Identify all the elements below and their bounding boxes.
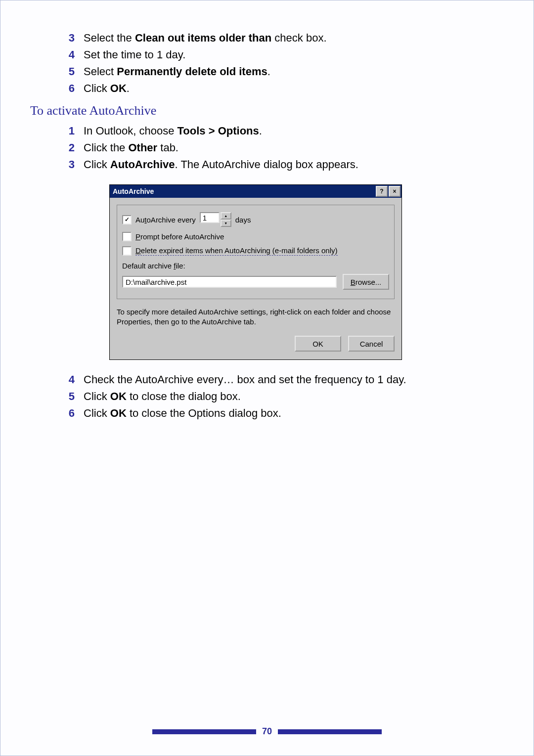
input-archive-file[interactable]: D:\mail\archive.pst	[122, 276, 337, 288]
step-number: 3	[62, 157, 75, 173]
cancel-button[interactable]: Cancel	[348, 336, 395, 352]
step-text: Select the Clean out items older than ch…	[84, 30, 327, 46]
step-number: 2	[62, 140, 75, 156]
row-autoarchive-every: ✓ AutoArchive every ▲ ▼ days	[122, 212, 389, 227]
row-delete-expired: Delete expired items when AutoArchiving …	[122, 246, 389, 256]
label-delete-expired: Delete expired items when AutoArchiving …	[135, 246, 338, 256]
step-number: 6	[62, 405, 75, 421]
dialog-titlebar: AutoArchive ? ×	[110, 185, 401, 198]
footer-bar-right	[278, 729, 382, 734]
checkbox-autoarchive-every[interactable]: ✓	[122, 215, 132, 224]
list-item: 3Click AutoArchive. The AutoArchive dial…	[62, 157, 504, 173]
spinner-down[interactable]: ▼	[221, 220, 231, 227]
list-item: 6Click OK.	[62, 81, 504, 96]
step-text: Select Permanently delete old items.	[84, 64, 270, 80]
row-file: D:\mail\archive.pst Browse...	[122, 274, 389, 290]
steps-bottom: 4Check the AutoArchive every… box and se…	[62, 372, 504, 421]
list-item: 3Select the Clean out items older than c…	[62, 30, 504, 46]
label-default-archive-file: Default archive file:	[122, 262, 389, 270]
page-footer: 70	[0, 726, 534, 737]
step-text: Set the time to 1 day.	[84, 47, 185, 63]
close-button[interactable]: ×	[389, 186, 400, 197]
step-text: Click OK.	[84, 81, 130, 96]
dialog-group: ✓ AutoArchive every ▲ ▼ days	[117, 205, 395, 299]
label-autoarchive-every: AutoArchive every	[135, 216, 196, 224]
list-item: 6Click OK to close the Options dialog bo…	[62, 405, 504, 421]
list-item: 1In Outlook, choose Tools > Options.	[62, 123, 504, 139]
step-number: 3	[62, 30, 75, 46]
spinner-days[interactable]: ▲ ▼	[200, 212, 231, 227]
step-number: 5	[62, 389, 75, 404]
footer-bar-left	[152, 729, 256, 734]
list-item: 5Select Permanently delete old items.	[62, 64, 504, 80]
dialog-title: AutoArchive	[113, 187, 154, 195]
step-number: 4	[62, 372, 75, 388]
spinner-input[interactable]	[200, 212, 220, 223]
ok-button[interactable]: OK	[295, 336, 341, 352]
step-number: 1	[62, 123, 75, 139]
checkbox-prompt[interactable]	[122, 232, 132, 241]
step-text: In Outlook, choose Tools > Options.	[84, 123, 262, 139]
spinner-up[interactable]: ▲	[221, 212, 231, 220]
dialog-hint: To specify more detailed AutoArchive set…	[117, 307, 395, 327]
document-page: 3Select the Clean out items older than c…	[0, 0, 534, 756]
list-item: 5Click OK to close the dialog box.	[62, 389, 504, 404]
dialog-button-row: OK Cancel	[117, 336, 395, 352]
list-item: 4Set the time to 1 day.	[62, 47, 504, 63]
page-number: 70	[262, 726, 272, 737]
row-prompt: Prompt before AutoArchive	[122, 232, 389, 241]
step-text: Click OK to close the Options dialog box…	[84, 405, 281, 421]
steps-top: 3Select the Clean out items older than c…	[62, 30, 504, 96]
label-days: days	[235, 216, 251, 224]
list-item: 2Click the Other tab.	[62, 140, 504, 156]
step-number: 6	[62, 81, 75, 96]
list-item: 4Check the AutoArchive every… box and se…	[62, 372, 504, 388]
autoarchive-dialog: AutoArchive ? × ✓ AutoArchive every ▲ ▼	[109, 184, 402, 360]
browse-button[interactable]: Browse...	[343, 274, 389, 290]
step-number: 5	[62, 64, 75, 80]
dialog-body: ✓ AutoArchive every ▲ ▼ days	[110, 198, 401, 359]
checkbox-delete-expired[interactable]	[122, 246, 132, 256]
step-text: Click AutoArchive. The AutoArchive dialo…	[84, 157, 358, 173]
step-text: Click OK to close the dialog box.	[84, 389, 241, 404]
steps-mid: 1In Outlook, choose Tools > Options.2Cli…	[62, 123, 504, 173]
section-title: To activate AutoArchive	[30, 103, 504, 118]
step-number: 4	[62, 47, 75, 63]
step-text: Click the Other tab.	[84, 140, 178, 156]
label-prompt: Prompt before AutoArchive	[135, 232, 224, 241]
help-button[interactable]: ?	[376, 186, 388, 197]
step-text: Check the AutoArchive every… box and set…	[84, 372, 406, 388]
